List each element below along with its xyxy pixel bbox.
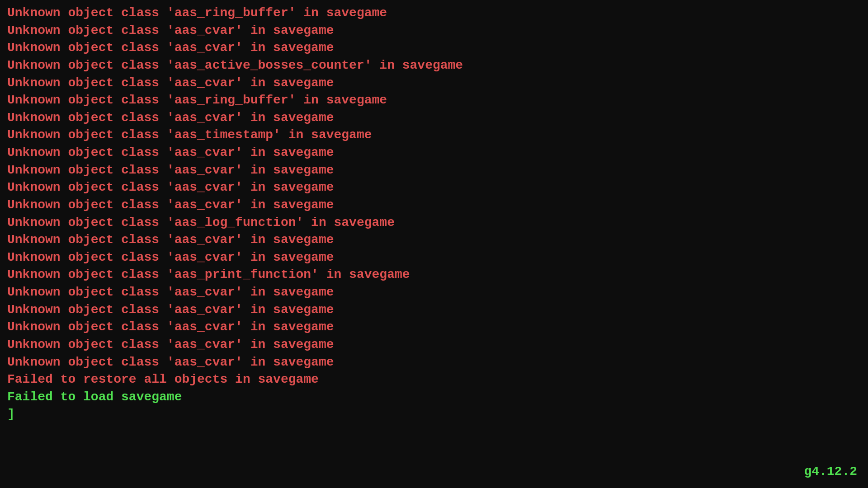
- console-line: Unknown object class 'aas_cvar' in saveg…: [7, 231, 861, 249]
- console-line: Unknown object class 'aas_timestamp' in …: [7, 127, 861, 144]
- console-line: Unknown object class 'aas_cvar' in saveg…: [7, 249, 861, 267]
- console-line: Unknown object class 'aas_print_function…: [7, 266, 861, 284]
- console-line: Unknown object class 'aas_active_bosses_…: [7, 57, 861, 75]
- console-line: Unknown object class 'aas_cvar' in saveg…: [7, 319, 861, 336]
- console-line: Unknown object class 'aas_cvar' in saveg…: [7, 39, 861, 57]
- console-line: Unknown object class 'aas_cvar' in saveg…: [7, 179, 861, 197]
- console-line: Unknown object class 'aas_cvar' in saveg…: [7, 22, 861, 40]
- console-line: Unknown object class 'aas_cvar' in saveg…: [7, 162, 861, 179]
- console-line: Unknown object class 'aas_cvar' in saveg…: [7, 197, 861, 214]
- console-line: Unknown object class 'aas_cvar' in saveg…: [7, 109, 861, 127]
- console-line: Unknown object class 'aas_ring_buffer' i…: [7, 5, 861, 22]
- console-line: Unknown object class 'aas_cvar' in saveg…: [7, 284, 861, 301]
- console-line: Unknown object class 'aas_cvar' in saveg…: [7, 336, 861, 354]
- console-line: Unknown object class 'aas_ring_buffer' i…: [7, 92, 861, 109]
- console-line: Unknown object class 'aas_cvar' in saveg…: [7, 354, 861, 371]
- console-line: Unknown object class 'aas_log_function' …: [7, 214, 861, 232]
- console-line: Unknown object class 'aas_cvar' in saveg…: [7, 75, 861, 92]
- version-label: g4.12.2: [804, 463, 857, 481]
- console-line: Unknown object class 'aas_cvar' in saveg…: [7, 301, 861, 319]
- console-line: Unknown object class 'aas_cvar' in saveg…: [7, 144, 861, 162]
- console-line: Failed to restore all objects in savegam…: [7, 371, 861, 389]
- console-line: ]: [7, 406, 861, 423]
- console-output: Unknown object class 'aas_ring_buffer' i…: [0, 0, 868, 428]
- console-line: Failed to load savegame: [7, 389, 861, 406]
